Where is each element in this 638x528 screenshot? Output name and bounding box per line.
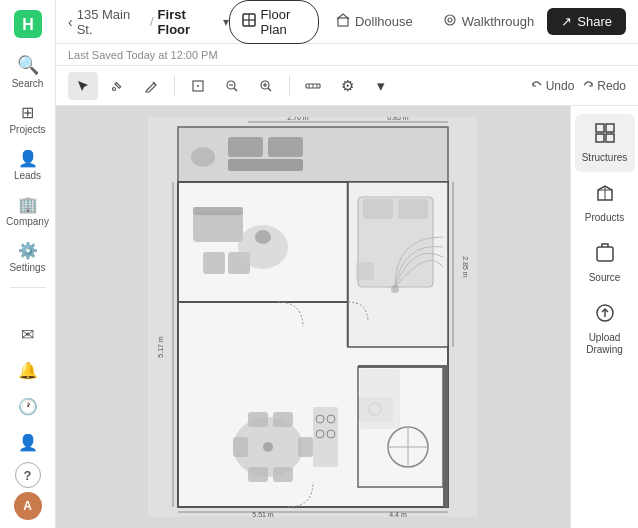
redo-button[interactable]: Redo (582, 79, 626, 93)
avatar[interactable]: A (14, 492, 42, 520)
saved-bar: Last Saved Today at 12:00 PM (56, 44, 638, 66)
undo-redo: Undo Redo (531, 79, 626, 93)
structures-label: Structures (582, 152, 628, 164)
panel-item-upload[interactable]: Upload Drawing (575, 294, 635, 364)
sidebar-nav-projects[interactable]: ⊞ Projects (4, 97, 52, 141)
help-icon-btn[interactable]: ? (15, 462, 41, 488)
svg-rect-69 (356, 262, 374, 280)
more-tool[interactable]: ▾ (366, 72, 396, 100)
tab-dollhouse[interactable]: Dollhouse (323, 6, 426, 37)
back-arrow-icon[interactable]: ‹ (68, 14, 73, 30)
svg-point-59 (263, 442, 273, 452)
panel-item-products[interactable]: Products (575, 174, 635, 232)
svg-line-19 (268, 88, 271, 91)
svg-rect-46 (193, 212, 243, 242)
svg-text:0.85 m: 0.85 m (387, 117, 409, 121)
svg-rect-81 (606, 124, 614, 132)
sidebar-nav-search[interactable]: 🔍 Search (4, 48, 52, 95)
nav-tabs: Floor Plan Dollhouse Walkthrough (229, 0, 548, 44)
breadcrumb: ‹ 135 Main St. / First Floor ▾ (68, 7, 229, 37)
edit-tool[interactable] (102, 72, 132, 100)
svg-rect-78 (443, 367, 448, 507)
svg-rect-53 (248, 412, 268, 427)
svg-rect-9 (115, 82, 121, 88)
products-icon (594, 182, 616, 209)
person-icon-btn[interactable]: 👤 (12, 426, 44, 458)
share-label: Share (577, 14, 612, 29)
svg-rect-74 (360, 369, 400, 429)
floor-plan-icon (242, 13, 256, 30)
address-text: 135 Main St. (77, 7, 146, 37)
svg-text:4.4 m: 4.4 m (389, 511, 407, 517)
room-tool[interactable] (183, 72, 213, 100)
main-content: ‹ 135 Main St. / First Floor ▾ Floor Pla… (56, 0, 638, 528)
measure-tool[interactable] (298, 72, 328, 100)
sidebar-nav-settings[interactable]: ⚙️ Settings (4, 235, 52, 279)
svg-rect-57 (248, 467, 268, 482)
dollhouse-icon (336, 13, 350, 30)
undo-button[interactable]: Undo (531, 79, 575, 93)
redo-label: Redo (597, 79, 626, 93)
svg-rect-47 (193, 207, 243, 215)
tab-walkthrough[interactable]: Walkthrough (430, 6, 548, 37)
sidebar-nav-leads[interactable]: 👤 Leads (4, 143, 52, 187)
undo-label: Undo (546, 79, 575, 93)
select-tool[interactable] (68, 72, 98, 100)
svg-text:5.17 m: 5.17 m (157, 336, 164, 358)
svg-rect-43 (268, 137, 303, 157)
zoom-in-tool[interactable] (251, 72, 281, 100)
svg-text:5.51 m: 5.51 m (252, 511, 274, 517)
svg-point-8 (113, 87, 116, 90)
sidebar: H 🔍 Search ⊞ Projects 👤 Leads 🏢 Company … (0, 0, 56, 528)
svg-rect-54 (273, 412, 293, 427)
mail-icon-btn[interactable]: ✉ (12, 318, 44, 350)
svg-point-6 (445, 15, 455, 25)
svg-rect-80 (596, 124, 604, 132)
svg-point-12 (197, 85, 199, 87)
share-button[interactable]: ↗ Share (547, 8, 626, 35)
svg-rect-82 (596, 134, 604, 142)
svg-rect-86 (597, 247, 613, 261)
company-icon: 🏢 (18, 195, 38, 214)
upload-label: Upload Drawing (579, 332, 631, 356)
sidebar-company-label: Company (6, 216, 49, 227)
dollhouse-tab-label: Dollhouse (355, 14, 413, 29)
gear-tool[interactable]: ⚙ (332, 72, 362, 100)
svg-point-7 (448, 18, 452, 22)
clock-icon-btn[interactable]: 🕐 (12, 390, 44, 422)
toolbar-separator-2 (289, 76, 290, 96)
right-panel: Structures Products Source Upload Drawin… (570, 106, 638, 528)
svg-point-45 (191, 147, 215, 167)
svg-point-51 (255, 230, 271, 244)
toolbar-separator-1 (174, 76, 175, 96)
source-icon (594, 242, 616, 269)
breadcrumb-separator: / (150, 14, 154, 29)
svg-line-15 (234, 88, 237, 91)
draw-tool[interactable] (136, 72, 166, 100)
tab-floor-plan[interactable]: Floor Plan (229, 0, 319, 44)
zoom-out-tool[interactable] (217, 72, 247, 100)
floor-plan-inner: 2.76 m 0.85 m 5.17 m 2.85 m 5.51 m 4.4 m (148, 117, 478, 517)
walkthrough-tab-label: Walkthrough (462, 14, 535, 29)
svg-rect-83 (606, 134, 614, 142)
sidebar-bottom: ✉ 🔔 🕐 👤 ? A (12, 318, 44, 520)
upload-icon (594, 302, 616, 329)
svg-rect-48 (203, 252, 225, 274)
search-icon: 🔍 (17, 54, 39, 76)
panel-item-source[interactable]: Source (575, 234, 635, 292)
structures-icon (594, 122, 616, 149)
sidebar-nav-company[interactable]: 🏢 Company (4, 189, 52, 233)
bell-icon-btn[interactable]: 🔔 (12, 354, 44, 386)
sidebar-divider (10, 287, 46, 288)
floor-plan-canvas[interactable]: 2.76 m 0.85 m 5.17 m 2.85 m 5.51 m 4.4 m (56, 106, 570, 528)
share-icon: ↗ (561, 14, 572, 29)
svg-text:2.85 m: 2.85 m (462, 256, 469, 278)
canvas-area: 2.76 m 0.85 m 5.17 m 2.85 m 5.51 m 4.4 m (56, 106, 638, 528)
toolbar: ⚙ ▾ Undo Redo (56, 66, 638, 106)
sidebar-search-label: Search (12, 78, 44, 89)
products-label: Products (585, 212, 624, 224)
sidebar-projects-label: Projects (9, 124, 45, 135)
panel-item-structures[interactable]: Structures (575, 114, 635, 172)
app-logo[interactable]: H (12, 8, 44, 40)
svg-text:H: H (22, 16, 34, 33)
